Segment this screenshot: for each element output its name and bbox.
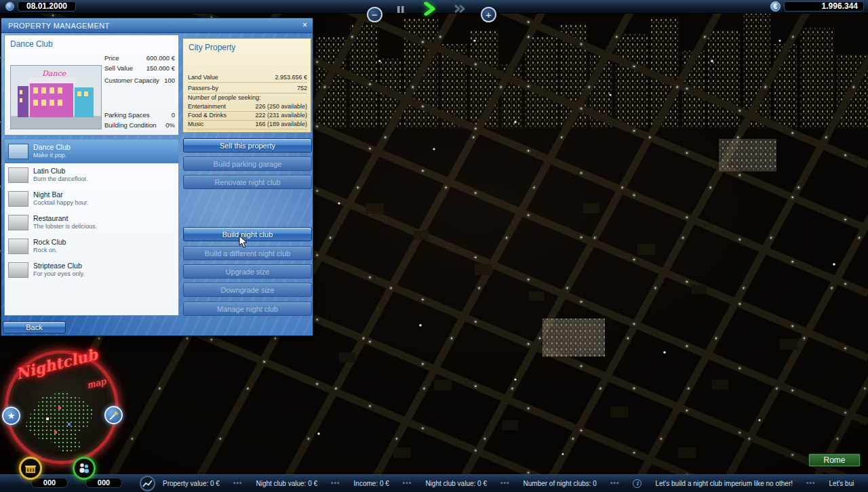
separator: *** — [500, 480, 510, 487]
separator: *** — [331, 480, 340, 487]
downgrade-size-button[interactable]: Downgrade size — [183, 283, 312, 297]
list-item-rock-club[interactable]: Rock Club Rock on. — [5, 234, 178, 258]
status-bar: 000 000 Property value: 0 € *** Night cl… — [0, 474, 868, 492]
list-item-striptease-club[interactable]: Striptease Club For your eyes only. — [5, 258, 178, 282]
club-list: Dance Club Make it pop. Latin Club Burn … — [4, 139, 179, 316]
club-thumbnail — [8, 191, 28, 207]
row-land-value: Land Value 2.953.656 € — [188, 74, 307, 83]
club-desc: Make it pop. — [33, 152, 71, 159]
stat-number-of-clubs: Number of night clubs: 0 — [524, 480, 597, 487]
stat-night-club-value-2: Night club value: 0 € — [425, 480, 487, 487]
list-item-night-bar[interactable]: Night Bar Cocktail happy hour. — [5, 187, 178, 211]
build-parking-garage-button[interactable]: Build parking garage — [183, 157, 312, 171]
date-display: 08.01.2000 — [18, 1, 76, 12]
nightclub-map: Nightclub map ★ — [0, 344, 130, 488]
stat-price: Price 600.000 € — [104, 54, 175, 62]
building-name: Dance Club — [10, 39, 53, 49]
fast-forward-button[interactable] — [454, 4, 466, 16]
zoom-in-button[interactable]: + — [481, 7, 496, 22]
manage-night-club-button[interactable]: Manage night club — [183, 302, 312, 316]
zoom-out-button[interactable]: − — [367, 7, 382, 22]
separator: *** — [806, 480, 816, 487]
club-name: Latin Club — [33, 167, 88, 176]
club-desc: Rock on. — [33, 247, 66, 254]
row-food-drinks: Food & Drinks 222 (231 available) — [188, 112, 307, 121]
line-chart-icon — [142, 478, 153, 489]
club-name: Rock Club — [33, 238, 66, 247]
separator: *** — [233, 480, 243, 487]
row-entertainment: Entertainment 226 (250 available) — [188, 103, 307, 112]
date-icon — [5, 2, 14, 11]
club-thumbnail — [8, 144, 28, 159]
club-thumbnail — [8, 167, 28, 183]
close-icon[interactable]: × — [300, 20, 310, 30]
euro-icon: € — [770, 1, 781, 12]
property-management-window: PROPERTY MANAGEMENT × Dance Club — [1, 18, 313, 336]
row-music: Music 166 (189 available) — [188, 121, 307, 129]
finance-building-button[interactable] — [19, 457, 42, 480]
club-thumbnail — [8, 262, 28, 278]
pause-button[interactable] — [397, 4, 405, 16]
city-property-title: City Property — [189, 43, 235, 52]
club-desc: Cocktail happy hour. — [33, 199, 89, 207]
separator: *** — [610, 480, 620, 487]
build-night-club-button[interactable]: Build night club — [183, 227, 312, 241]
list-item-restaurant[interactable]: Restaurant The lobster is delicious. — [5, 211, 178, 234]
city-name-label[interactable]: Rome — [808, 453, 861, 467]
city-property-panel: City Property Land Value 2.953.656 € Pas… — [182, 38, 311, 133]
list-item-dance-club[interactable]: Dance Club Make it pop. — [5, 140, 178, 163]
stat-sell-value: Sell Value 150.000 € — [104, 64, 175, 72]
stat-night-club-value: Night club value: 0 € — [256, 480, 317, 487]
play-button[interactable] — [424, 2, 436, 18]
club-thumbnail — [8, 239, 28, 254]
list-item-latin-club[interactable]: Latin Club Burn the dancefloor. — [5, 163, 178, 187]
build-different-night-club-button[interactable]: Build a different night club — [183, 246, 312, 260]
stat-income: Income: 0 € — [354, 480, 389, 487]
ticker-message: Let's build a night club imperium like n… — [655, 480, 793, 487]
statistics-chart-button[interactable] — [140, 476, 155, 491]
window-title: PROPERTY MANAGEMENT — [1, 18, 313, 33]
club-desc: Burn the dancefloor. — [33, 176, 88, 183]
club-name: Striptease Club — [33, 262, 85, 270]
people-icon — [78, 462, 90, 474]
bank-building-icon — [24, 462, 37, 474]
club-desc: For your eyes only. — [33, 270, 85, 278]
map-pin-button[interactable] — [104, 406, 123, 424]
money-display: 1.996.344 — [784, 1, 864, 12]
back-button[interactable]: Back — [3, 321, 66, 333]
sell-property-button[interactable]: Sell this property — [183, 138, 312, 152]
stat-condition: Building Condition 0% — [104, 121, 175, 129]
club-name: Dance Club — [33, 143, 71, 152]
row-passers-by: Passers-by 752 — [188, 85, 307, 94]
club-desc: The lobster is delicious. — [33, 223, 97, 230]
separator: *** — [403, 480, 412, 487]
stat-capacity: Customer Capacity 100 — [104, 77, 175, 84]
pin-icon — [108, 409, 120, 422]
renovate-night-club-button[interactable]: Renovate night club — [183, 175, 312, 189]
club-thumbnail — [8, 215, 28, 230]
staff-people-button[interactable] — [73, 457, 96, 480]
club-name: Restaurant — [33, 214, 97, 223]
time-controls: − + — [367, 0, 501, 26]
club-name: Night Bar — [33, 190, 89, 199]
building-sign-text: Dance — [42, 69, 67, 78]
favorites-star-button[interactable]: ★ — [2, 407, 20, 425]
building-thumbnail: Dance — [10, 65, 102, 129]
stat-property-value: Property value: 0 € — [163, 480, 220, 487]
row-seeking-header: Number of people seeking: — [188, 94, 307, 103]
info-icon[interactable]: i — [633, 479, 642, 488]
ticker-strip: Property value: 0 € *** Night club value… — [160, 475, 868, 492]
upgrade-size-button[interactable]: Upgrade size — [183, 264, 312, 279]
top-bar: 08.01.2000 − + € 1.996.344 — [0, 0, 868, 14]
stat-parking: Parking Spaces 0 — [104, 111, 175, 119]
building-info-panel: Dance Club Dance Pr — [4, 35, 179, 136]
ticker-message-truncated: Let's bui — [829, 480, 854, 487]
